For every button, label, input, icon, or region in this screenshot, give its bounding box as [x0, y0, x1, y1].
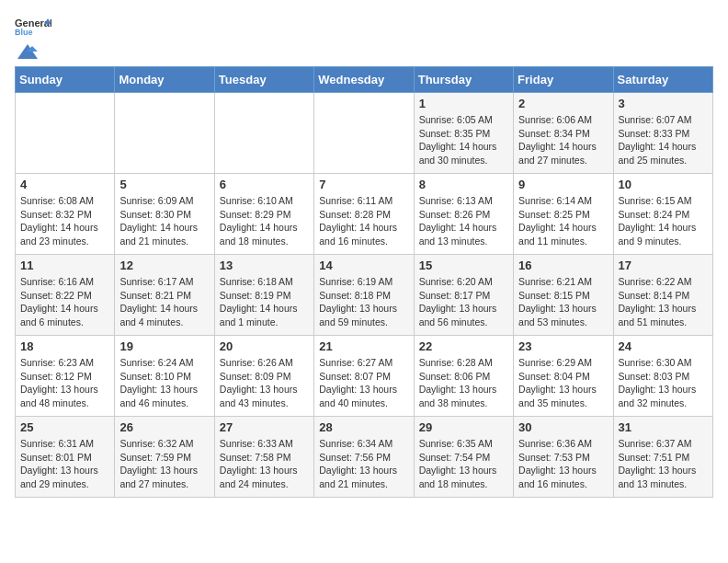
cell-content: Sunrise: 6:23 AM Sunset: 8:12 PM Dayligh… [20, 356, 109, 410]
cell-content: Sunrise: 6:11 AM Sunset: 8:28 PM Dayligh… [319, 194, 408, 248]
calendar-cell: 8Sunrise: 6:13 AM Sunset: 8:26 PM Daylig… [414, 174, 513, 255]
day-number: 18 [20, 339, 109, 353]
calendar-cell [314, 93, 414, 174]
calendar-cell: 15Sunrise: 6:20 AM Sunset: 8:17 PM Dayli… [414, 255, 513, 336]
cell-content: Sunrise: 6:16 AM Sunset: 8:22 PM Dayligh… [20, 275, 109, 329]
cell-content: Sunrise: 6:07 AM Sunset: 8:33 PM Dayligh… [619, 113, 708, 167]
calendar-cell: 23Sunrise: 6:29 AM Sunset: 8:04 PM Dayli… [514, 336, 613, 417]
day-number: 8 [419, 178, 508, 191]
calendar-cell: 4Sunrise: 6:08 AM Sunset: 8:32 PM Daylig… [16, 174, 115, 255]
day-number: 20 [220, 339, 309, 353]
day-number: 24 [619, 339, 708, 353]
logo-icon: General Blue [15, 15, 51, 40]
calendar-cell: 6Sunrise: 6:10 AM Sunset: 8:29 PM Daylig… [214, 174, 313, 255]
weekday-header-sunday: Sunday [16, 67, 115, 93]
calendar-table: SundayMondayTuesdayWednesdayThursdayFrid… [15, 66, 713, 498]
weekday-header-tuesday: Tuesday [214, 67, 313, 93]
calendar-cell: 17Sunrise: 6:22 AM Sunset: 8:14 PM Dayli… [613, 255, 712, 336]
day-number: 10 [619, 178, 708, 191]
calendar-cell: 28Sunrise: 6:34 AM Sunset: 7:56 PM Dayli… [314, 417, 414, 498]
calendar-cell: 31Sunrise: 6:37 AM Sunset: 7:51 PM Dayli… [613, 417, 712, 498]
calendar-cell: 24Sunrise: 6:30 AM Sunset: 8:03 PM Dayli… [613, 336, 712, 417]
day-number: 12 [119, 259, 209, 272]
week-row-3: 11Sunrise: 6:16 AM Sunset: 8:22 PM Dayli… [16, 255, 713, 336]
cell-content: Sunrise: 6:35 AM Sunset: 7:54 PM Dayligh… [419, 437, 508, 491]
calendar-cell: 25Sunrise: 6:31 AM Sunset: 8:01 PM Dayli… [16, 417, 115, 498]
day-number: 23 [518, 339, 608, 353]
calendar-cell: 12Sunrise: 6:17 AM Sunset: 8:21 PM Dayli… [115, 255, 214, 336]
cell-content: Sunrise: 6:10 AM Sunset: 8:29 PM Dayligh… [220, 194, 309, 248]
day-number: 5 [119, 178, 209, 191]
day-number: 27 [220, 420, 309, 434]
calendar-cell: 18Sunrise: 6:23 AM Sunset: 8:12 PM Dayli… [16, 336, 115, 417]
cell-content: Sunrise: 6:27 AM Sunset: 8:07 PM Dayligh… [319, 356, 408, 410]
calendar-cell: 19Sunrise: 6:24 AM Sunset: 8:10 PM Dayli… [115, 336, 214, 417]
day-number: 25 [20, 420, 109, 434]
day-number: 22 [419, 339, 508, 353]
cell-content: Sunrise: 6:15 AM Sunset: 8:24 PM Dayligh… [619, 194, 708, 248]
calendar-cell: 10Sunrise: 6:15 AM Sunset: 8:24 PM Dayli… [613, 174, 712, 255]
weekday-header-thursday: Thursday [414, 67, 513, 93]
calendar-cell: 30Sunrise: 6:36 AM Sunset: 7:53 PM Dayli… [514, 417, 613, 498]
cell-content: Sunrise: 6:36 AM Sunset: 7:53 PM Dayligh… [518, 437, 608, 491]
calendar-cell: 29Sunrise: 6:35 AM Sunset: 7:54 PM Dayli… [414, 417, 513, 498]
cell-content: Sunrise: 6:05 AM Sunset: 8:35 PM Dayligh… [419, 113, 508, 167]
day-number: 6 [220, 178, 309, 191]
cell-content: Sunrise: 6:09 AM Sunset: 8:30 PM Dayligh… [119, 194, 209, 248]
day-number: 4 [20, 178, 109, 191]
day-number: 19 [119, 339, 209, 353]
day-number: 29 [419, 420, 508, 434]
day-number: 26 [119, 420, 209, 434]
logo-bird-icon [17, 42, 38, 59]
calendar-cell: 2Sunrise: 6:06 AM Sunset: 8:34 PM Daylig… [514, 93, 613, 174]
cell-content: Sunrise: 6:30 AM Sunset: 8:03 PM Dayligh… [619, 356, 708, 410]
calendar-cell: 5Sunrise: 6:09 AM Sunset: 8:30 PM Daylig… [115, 174, 214, 255]
calendar-cell: 3Sunrise: 6:07 AM Sunset: 8:33 PM Daylig… [613, 93, 712, 174]
cell-content: Sunrise: 6:24 AM Sunset: 8:10 PM Dayligh… [119, 356, 209, 410]
day-number: 16 [518, 259, 608, 272]
weekday-header-friday: Friday [514, 67, 613, 93]
calendar-cell [115, 93, 214, 174]
cell-content: Sunrise: 6:14 AM Sunset: 8:25 PM Dayligh… [518, 194, 608, 248]
day-number: 9 [518, 178, 608, 191]
day-number: 31 [619, 420, 708, 434]
cell-content: Sunrise: 6:21 AM Sunset: 8:15 PM Dayligh… [518, 275, 608, 329]
week-row-5: 25Sunrise: 6:31 AM Sunset: 8:01 PM Dayli… [16, 417, 713, 498]
day-number: 15 [419, 259, 508, 272]
day-number: 17 [619, 259, 708, 272]
calendar-cell: 21Sunrise: 6:27 AM Sunset: 8:07 PM Dayli… [314, 336, 414, 417]
calendar-cell: 11Sunrise: 6:16 AM Sunset: 8:22 PM Dayli… [16, 255, 115, 336]
cell-content: Sunrise: 6:37 AM Sunset: 7:51 PM Dayligh… [619, 437, 708, 491]
svg-text:Blue: Blue [15, 28, 33, 37]
weekday-header-row: SundayMondayTuesdayWednesdayThursdayFrid… [16, 67, 713, 93]
cell-content: Sunrise: 6:20 AM Sunset: 8:17 PM Dayligh… [419, 275, 508, 329]
day-number: 14 [319, 259, 408, 272]
page-header: General Blue [15, 15, 713, 59]
day-number: 21 [319, 339, 408, 353]
weekday-header-saturday: Saturday [613, 67, 712, 93]
calendar-cell: 7Sunrise: 6:11 AM Sunset: 8:28 PM Daylig… [314, 174, 414, 255]
calendar-cell: 26Sunrise: 6:32 AM Sunset: 7:59 PM Dayli… [115, 417, 214, 498]
week-row-4: 18Sunrise: 6:23 AM Sunset: 8:12 PM Dayli… [16, 336, 713, 417]
calendar-body: 1Sunrise: 6:05 AM Sunset: 8:35 PM Daylig… [16, 93, 713, 498]
calendar-cell [16, 93, 115, 174]
calendar-cell: 27Sunrise: 6:33 AM Sunset: 7:58 PM Dayli… [214, 417, 313, 498]
week-row-2: 4Sunrise: 6:08 AM Sunset: 8:32 PM Daylig… [16, 174, 713, 255]
calendar-cell: 9Sunrise: 6:14 AM Sunset: 8:25 PM Daylig… [514, 174, 613, 255]
cell-content: Sunrise: 6:34 AM Sunset: 7:56 PM Dayligh… [319, 437, 408, 491]
calendar-cell: 14Sunrise: 6:19 AM Sunset: 8:18 PM Dayli… [314, 255, 414, 336]
weekday-header-wednesday: Wednesday [314, 67, 414, 93]
day-number: 28 [319, 420, 408, 434]
weekday-header-monday: Monday [115, 67, 214, 93]
cell-content: Sunrise: 6:13 AM Sunset: 8:26 PM Dayligh… [419, 194, 508, 248]
day-number: 7 [319, 178, 408, 191]
cell-content: Sunrise: 6:06 AM Sunset: 8:34 PM Dayligh… [518, 113, 608, 167]
cell-content: Sunrise: 6:33 AM Sunset: 7:58 PM Dayligh… [220, 437, 309, 491]
week-row-1: 1Sunrise: 6:05 AM Sunset: 8:35 PM Daylig… [16, 93, 713, 174]
cell-content: Sunrise: 6:08 AM Sunset: 8:32 PM Dayligh… [20, 194, 109, 248]
calendar-cell: 20Sunrise: 6:26 AM Sunset: 8:09 PM Dayli… [214, 336, 313, 417]
day-number: 30 [518, 420, 608, 434]
logo: General Blue [15, 15, 51, 59]
cell-content: Sunrise: 6:18 AM Sunset: 8:19 PM Dayligh… [220, 275, 309, 329]
calendar-cell: 13Sunrise: 6:18 AM Sunset: 8:19 PM Dayli… [214, 255, 313, 336]
